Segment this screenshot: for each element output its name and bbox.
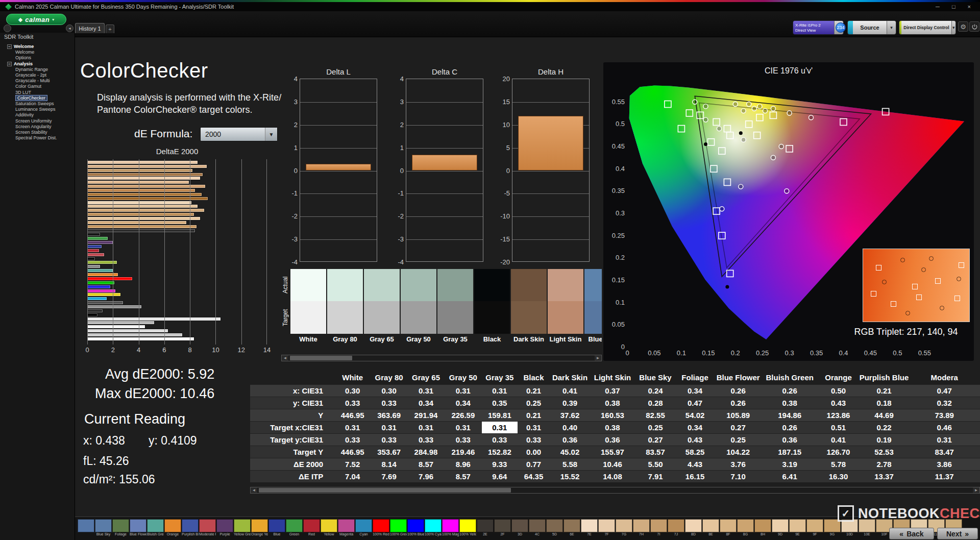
scroll-left-arrow[interactable]: ◄ (251, 487, 257, 493)
strip-patch-7j[interactable]: 7J (668, 519, 684, 538)
strip-patch-10e[interactable]: 10E (859, 519, 875, 538)
table-scroll-track[interactable] (257, 487, 973, 493)
sidebar-item-welcome[interactable]: Welcome (0, 50, 75, 55)
strip-patch-100-red[interactable]: 100% Red (373, 519, 389, 538)
scroll-right-arrow[interactable]: ► (595, 355, 601, 361)
strip-patch-yellow-green[interactable]: Yellow Green (234, 519, 251, 538)
table-cell: 0.00 (518, 446, 550, 458)
strip-label: Magenta (338, 532, 355, 538)
strip-patch-7e[interactable]: 7E (581, 519, 598, 538)
strip-patch-foliage[interactable]: Foliage (112, 519, 129, 538)
tree-collapse-icon[interactable]: − (7, 62, 12, 66)
strip-patch-green[interactable]: Green (286, 519, 303, 538)
scroll-left-arrow[interactable]: ◄ (282, 355, 288, 361)
strip-patch-6e[interactable]: 6E (564, 519, 580, 538)
strip-patch-2f[interactable]: 2F (494, 519, 511, 538)
strip-patch-moderate-red[interactable]: Moderate Red (199, 519, 216, 538)
sidebar-item-additivity[interactable]: Additivity (0, 112, 75, 118)
sidebar-item-screen-uniformity[interactable]: Screen Uniformity (0, 118, 75, 124)
patch-scroll-track[interactable] (288, 355, 595, 361)
strip-patch-7f[interactable]: 7F (598, 519, 615, 538)
strip-patch-purple[interactable]: Purple (216, 519, 233, 538)
strip-patch-yellow[interactable]: Yellow (321, 519, 337, 538)
table-cell: 0.30 (371, 384, 407, 397)
de-formula-label: dE Formula: (134, 128, 192, 140)
sidebar-item-screen-angularity[interactable]: Screen Angularity (0, 124, 75, 130)
strip-patch-blue-flower[interactable]: Blue Flower (130, 519, 146, 538)
sidebar-item-options[interactable]: Options (0, 55, 75, 61)
sidebar-item-spectral-power-dist[interactable]: Spectral Power Dist. (0, 135, 75, 141)
table-cell: 0.31 (482, 384, 518, 397)
power-button[interactable] (969, 21, 979, 32)
settings-gear-button[interactable]: ⚙ (958, 21, 968, 32)
strip-patch-100-blue[interactable]: 100% Blue (407, 519, 424, 538)
strip-patch-cyan[interactable]: Cyan (355, 519, 372, 538)
strip-patch-100-yellow[interactable]: 100% Yellow (459, 519, 476, 538)
sidebar-options-button[interactable] (4, 24, 11, 32)
strip-patch-9e[interactable]: 9E (789, 519, 806, 538)
new-tab-button[interactable]: + (106, 24, 114, 33)
maximize-button[interactable]: □ (952, 4, 955, 10)
sidebar-item-grayscale-multi[interactable]: Grayscale - Multi (0, 78, 75, 84)
sidebar-collapse-button[interactable]: ◄ (66, 24, 74, 32)
sidebar-item-analysis[interactable]: −Analysis (0, 61, 75, 67)
strip-patch-orange[interactable]: Orange (164, 519, 181, 538)
strip-patch-orange-yellow[interactable]: Orange Yellow (251, 519, 268, 538)
strip-patch-100-green[interactable]: 100% Green (390, 519, 407, 538)
strip-patch-100-cyan[interactable]: 100% Cyan (425, 519, 442, 538)
sidebar-item-saturation-sweeps[interactable]: Saturation Sweeps (0, 101, 75, 107)
strip-patch-7i[interactable]: 7I (650, 519, 667, 538)
calman-menu-button[interactable]: ◆ calman ▾ (6, 14, 66, 25)
sidebar-item-color-gamut[interactable]: Color Gamut (0, 84, 75, 89)
sidebar-item-luminance-sweeps[interactable]: Luminance Sweeps (0, 107, 75, 112)
strip-patch-4c[interactable]: 4C (529, 519, 546, 538)
sidebar-item-colorchecker[interactable]: ColorChecker (0, 95, 75, 101)
strip-patch-purplish-blue[interactable]: Purplish Blue (182, 519, 199, 538)
strip-patch-item[interactable] (78, 519, 94, 538)
next-button[interactable]: Next » (937, 528, 978, 539)
strip-patch-8e[interactable]: 8E (702, 519, 719, 538)
strip-patch-8h[interactable]: 8H (754, 519, 771, 538)
display-control-dropdown[interactable]: Direct Display Control ▾ (899, 20, 956, 35)
back-button[interactable]: « Back (889, 528, 934, 539)
column-header-bluish-green: Bluish Green (762, 371, 817, 384)
patch-scroll-thumb[interactable] (290, 356, 352, 360)
strip-patch-red[interactable]: Red (303, 519, 320, 538)
source-dropdown[interactable]: Source ▾ (847, 20, 896, 35)
max-de2000: Max dE2000: 10.46 (95, 386, 214, 402)
deltae-bar (87, 181, 189, 184)
tab-history-1[interactable]: History 1 (75, 23, 105, 33)
sidebar-item-dynamic-range[interactable]: Dynamic Range (0, 67, 75, 72)
gridline (300, 148, 377, 149)
strip-patch-2e[interactable]: 2E (477, 519, 494, 538)
strip-label: 3D (511, 532, 528, 538)
sidebar-item-welcome[interactable]: −Welcome (0, 44, 75, 50)
delta-c-title: Delta C (406, 67, 483, 76)
sidebar-item-screen-stability[interactable]: Screen Stability (0, 130, 75, 135)
strip-patch-7g[interactable]: 7G (616, 519, 632, 538)
strip-patch-blue-sky[interactable]: Blue Sky (95, 519, 112, 538)
strip-patch-9g[interactable]: 9G (824, 519, 841, 538)
table-cell[interactable]: 0.31 (482, 421, 518, 433)
sidebar: SDR Toolkit −WelcomeWelcomeOptions−Analy… (0, 33, 75, 540)
minimize-button[interactable]: ─ (936, 4, 940, 10)
strip-patch-7h[interactable]: 7H (633, 519, 650, 538)
strip-patch-8g[interactable]: 8G (737, 519, 754, 538)
strip-patch-100-magenta[interactable]: 100% Magenta (442, 519, 459, 538)
strip-patch-bluish-green[interactable]: Bluish Green (147, 519, 164, 538)
strip-patch-10d[interactable]: 10D (841, 519, 858, 538)
strip-patch-blue[interactable]: Blue (268, 519, 285, 538)
de-formula-select[interactable]: 2000 ▼ (200, 127, 278, 141)
strip-patch-8d[interactable]: 8D (685, 519, 702, 538)
strip-patch-5d[interactable]: 5D (546, 519, 563, 538)
strip-patch-8f[interactable]: 8F (720, 519, 737, 538)
strip-patch-9d[interactable]: 9D (772, 519, 789, 538)
sidebar-item-grayscale-2pt[interactable]: Grayscale - 2pt (0, 72, 75, 78)
strip-patch-9f[interactable]: 9F (806, 519, 823, 538)
close-button[interactable]: × (968, 4, 971, 10)
tree-collapse-icon[interactable]: − (7, 44, 12, 49)
strip-patch-3d[interactable]: 3D (511, 519, 528, 538)
strip-patch-magenta[interactable]: Magenta (338, 519, 355, 538)
scroll-right-arrow[interactable]: ► (973, 487, 979, 493)
table-scroll-thumb[interactable] (259, 488, 511, 493)
